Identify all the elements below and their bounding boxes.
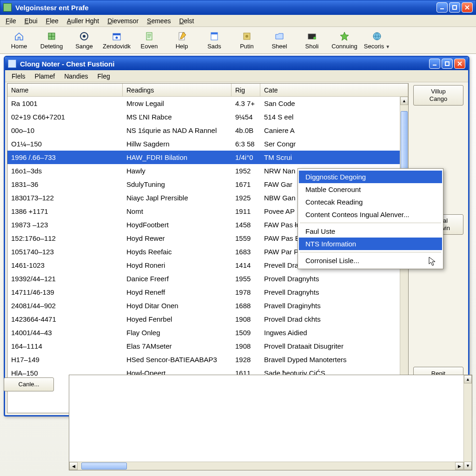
table-row[interactable]: 19392/44–121Danice Freerf1955Provell Dra… — [7, 272, 408, 285]
column-header-readings[interactable]: Readings — [123, 84, 231, 96]
cell: 514 S eel — [260, 113, 408, 121]
cell: 1414 — [231, 261, 260, 269]
toolbar-connuing[interactable]: Connuing — [329, 28, 360, 53]
inner-window-icon — [8, 60, 16, 68]
dropdown-arrow-icon: ▼ — [385, 44, 390, 49]
canle-button[interactable]: Canle... — [4, 377, 54, 391]
inner-menu-plamef[interactable]: Plamef — [30, 72, 60, 81]
inner-maximize-button[interactable] — [442, 59, 453, 69]
scroll-up-icon[interactable]: ▲ — [464, 375, 472, 383]
cell: Hoyd Roneri — [123, 261, 231, 269]
cell: 02+19 C66+7201 — [7, 113, 123, 121]
toolbar-home[interactable]: Home — [4, 28, 34, 53]
table-row[interactable]: 14711/46-139Hoyd Reneff1978Prevell Dragn… — [7, 285, 408, 299]
scroll-left-icon[interactable]: ◀ — [69, 462, 78, 470]
context-menu-item[interactable]: Matble Conerount — [299, 183, 442, 196]
cell: 1683 — [231, 248, 260, 256]
context-menu-item[interactable]: Corronisel Lisle... — [299, 254, 442, 267]
context-menu-item[interactable]: Diggnostic Degoing — [299, 171, 442, 183]
toolbar-deteting[interactable]: Deteting — [36, 28, 67, 53]
table-row[interactable]: 00o–10NS 1śqurie as NAD A Rannel4b.0BCan… — [7, 124, 408, 137]
menu-dievemsor[interactable]: Dievemsor — [104, 16, 142, 26]
context-menu-item[interactable]: Content Conteos Ingual Alenver... — [299, 208, 442, 221]
menu-delst[interactable]: Delst — [175, 16, 198, 26]
cell: 1830173–122 — [7, 194, 123, 202]
context-menu-item[interactable]: Contecak Reading — [299, 196, 442, 208]
scroll-track[interactable] — [464, 383, 472, 462]
toolbar-zendovidk[interactable]: Zendovidk — [101, 28, 132, 53]
toolbar-sange[interactable]: Sange — [69, 28, 99, 53]
toolbar-label: Secoris▼ — [364, 43, 390, 50]
cell: O1¼–150 — [7, 140, 123, 148]
cell: 1509 — [231, 329, 260, 337]
toolbar-sads[interactable]: Sads — [199, 28, 230, 53]
table-row[interactable]: 1423664-4471Hoyed Fenrbel1908Provell Dra… — [7, 312, 408, 326]
inner-window-controls — [429, 59, 465, 69]
scroll-up-icon[interactable]: ▲ — [400, 97, 408, 105]
inner-menu-flels[interactable]: Flels — [7, 72, 30, 81]
table-row[interactable]: O1¼–150Hillw Sagdern6:3 58Ser Congr — [7, 137, 408, 151]
cell: HoydFootbert — [123, 221, 231, 229]
app-icon — [3, 3, 12, 12]
inner-menu-nandies[interactable]: Nandies — [60, 72, 93, 81]
toolbar-help[interactable]: Help — [166, 28, 197, 53]
output-hscrollbar[interactable]: ◀ ▶ — [69, 462, 463, 470]
column-header-name[interactable]: Name — [7, 84, 123, 96]
table-row[interactable]: Ra 1001Mrow Legail4.3 7+San Code — [7, 97, 408, 110]
cell: 1461-1023 — [7, 261, 123, 269]
table-row[interactable]: 164–1114Elas 7AMseter1908Provell Drataai… — [7, 339, 408, 353]
paper-icon — [144, 31, 154, 42]
cell: 14001/44–43 — [7, 329, 123, 337]
cell: 164–1114 — [7, 342, 123, 350]
inner-menubar: FlelsPlamefNandiesFleg — [5, 70, 468, 82]
table-row[interactable]: 24081/44–902Hoyd Ditar Onen1688Pravell D… — [7, 299, 408, 312]
cell: 4.3 7+ — [231, 99, 260, 107]
scroll-down-icon[interactable]: ▼ — [464, 462, 472, 470]
menu-file[interactable]: File — [2, 16, 20, 26]
output-vscrollbar[interactable]: ▲ ▼ — [463, 375, 472, 470]
cell: TM Scrui — [260, 153, 408, 161]
table-row[interactable]: H17–149HSed Sencor-BATIEAABAP31928Bravel… — [7, 353, 408, 366]
toolbar-label: Sheel — [271, 43, 287, 50]
cell: 1559 — [231, 234, 260, 242]
calendar-icon — [112, 31, 122, 42]
side-button-0[interactable]: VillupCango — [413, 85, 463, 106]
toolbar-label: Sange — [75, 43, 93, 50]
minimize-button[interactable] — [436, 2, 448, 13]
inner-close-button[interactable] — [454, 59, 465, 69]
cell: H17–149 — [7, 356, 123, 364]
window-title: Velgoinstesr ent Prafe — [15, 4, 436, 12]
menu-auller-hght[interactable]: Auller Hght — [63, 16, 103, 26]
table-row[interactable]: 02+19 C66+7201MS ĽNI Rabce9¼54514 S eel — [7, 110, 408, 124]
toolbar-eoven[interactable]: Eoven — [134, 28, 165, 53]
cell: Ser Congr — [260, 140, 408, 148]
cell: Danice Freerf — [123, 275, 231, 283]
menu-semees[interactable]: Semees — [143, 16, 174, 26]
cell: 1955 — [231, 275, 260, 283]
inner-minimize-button[interactable] — [429, 59, 440, 69]
column-header-rig[interactable]: Rig — [231, 84, 260, 96]
menu-flee[interactable]: Flee — [42, 16, 62, 26]
outer-menubar: FileEbuiFleeAuller HghtDievemsorSemeesDe… — [0, 15, 476, 27]
cell: 14711/46-139 — [7, 288, 123, 296]
scroll-thumb[interactable] — [81, 463, 126, 469]
close-button[interactable] — [462, 2, 473, 13]
context-menu-item[interactable]: NTS Information — [299, 238, 442, 250]
cell: 1831–36 — [7, 180, 123, 188]
maximize-button[interactable] — [449, 2, 460, 13]
toolbar-secoris[interactable]: Secoris▼ — [362, 28, 392, 53]
toolbar-sheel[interactable]: Sheel — [264, 28, 295, 53]
cell: 1051740–123 — [7, 248, 123, 256]
column-header-cate[interactable]: Cate — [260, 84, 408, 96]
table-row[interactable]: 14001/44–43Flay Onleg1509Ingwes Aidied — [7, 326, 408, 339]
window-controls — [436, 2, 473, 13]
output-pane[interactable]: ▲ ▼ ◀ ▶ — [69, 375, 472, 470]
context-menu-item[interactable]: Faul Uste — [299, 225, 442, 238]
inner-menu-fleg[interactable]: Fleg — [93, 72, 115, 81]
scroll-right-icon[interactable]: ▶ — [455, 462, 463, 470]
toolbar-putin[interactable]: Putin — [231, 28, 262, 53]
toolbar-sholi[interactable]: Sholi — [297, 28, 327, 53]
scroll-track[interactable] — [78, 462, 455, 470]
table-row[interactable]: 1996 /.66–733HAW_FDRI Bilation1/4i°0TM S… — [7, 151, 408, 164]
menu-ebui[interactable]: Ebui — [21, 16, 41, 26]
